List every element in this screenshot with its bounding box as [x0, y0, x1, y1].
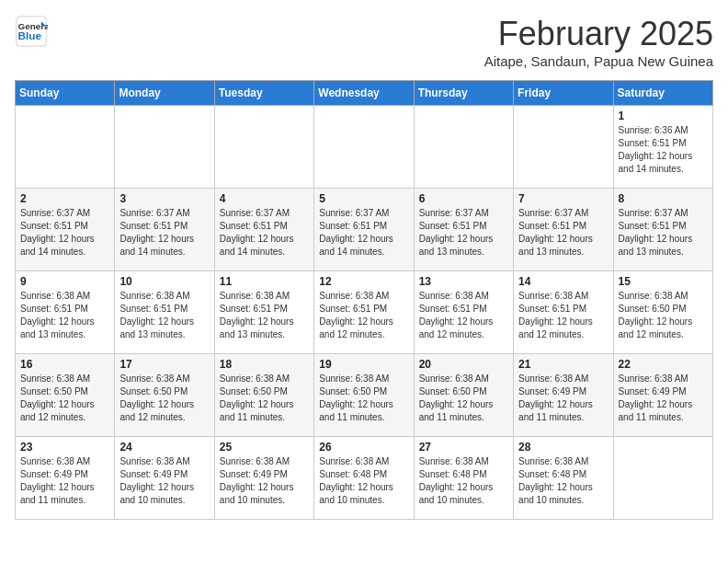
day-number: 23 — [20, 441, 109, 454]
calendar-cell: 10Sunrise: 6:38 AM Sunset: 6:51 PM Dayli… — [115, 271, 214, 354]
calendar-cell: 14Sunrise: 6:38 AM Sunset: 6:51 PM Dayli… — [514, 271, 613, 354]
day-info: Sunrise: 6:38 AM Sunset: 6:50 PM Dayligh… — [119, 373, 209, 424]
day-number: 14 — [518, 275, 608, 288]
day-number: 22 — [619, 358, 708, 371]
calendar-cell: 23Sunrise: 6:38 AM Sunset: 6:49 PM Dayli… — [16, 437, 115, 520]
day-info: Sunrise: 6:38 AM Sunset: 6:49 PM Dayligh… — [619, 373, 708, 424]
weekday-header-sunday: Sunday — [16, 81, 115, 106]
calendar-cell — [115, 106, 214, 189]
day-number: 27 — [419, 441, 508, 454]
calendar-cell: 2Sunrise: 6:37 AM Sunset: 6:51 PM Daylig… — [16, 189, 115, 271]
day-info: Sunrise: 6:38 AM Sunset: 6:48 PM Dayligh… — [518, 455, 608, 507]
calendar-cell: 11Sunrise: 6:38 AM Sunset: 6:51 PM Dayli… — [214, 271, 313, 354]
calendar-cell: 28Sunrise: 6:38 AM Sunset: 6:48 PM Dayli… — [514, 437, 613, 520]
day-info: Sunrise: 6:38 AM Sunset: 6:49 PM Dayligh… — [119, 455, 209, 507]
calendar-cell: 17Sunrise: 6:38 AM Sunset: 6:50 PM Dayli… — [115, 354, 214, 437]
calendar-cell: 12Sunrise: 6:38 AM Sunset: 6:51 PM Dayli… — [314, 271, 414, 354]
day-number: 20 — [419, 358, 508, 371]
day-number: 19 — [319, 358, 408, 371]
day-number: 28 — [518, 441, 608, 454]
calendar-cell: 4Sunrise: 6:37 AM Sunset: 6:51 PM Daylig… — [214, 189, 313, 271]
day-info: Sunrise: 6:38 AM Sunset: 6:50 PM Dayligh… — [220, 373, 309, 424]
day-info: Sunrise: 6:38 AM Sunset: 6:49 PM Dayligh… — [518, 373, 608, 424]
day-number: 5 — [319, 192, 408, 205]
calendar-cell: 16Sunrise: 6:38 AM Sunset: 6:50 PM Dayli… — [16, 354, 115, 437]
day-number: 3 — [119, 192, 209, 205]
day-number: 24 — [119, 441, 209, 454]
calendar-cell: 6Sunrise: 6:37 AM Sunset: 6:51 PM Daylig… — [414, 189, 513, 271]
weekday-header-wednesday: Wednesday — [314, 81, 414, 106]
day-info: Sunrise: 6:38 AM Sunset: 6:49 PM Dayligh… — [220, 455, 309, 507]
day-number: 17 — [119, 358, 209, 371]
calendar: SundayMondayTuesdayWednesdayThursdayFrid… — [15, 80, 713, 520]
month-title: February 2025 — [484, 15, 713, 53]
day-info: Sunrise: 6:37 AM Sunset: 6:51 PM Dayligh… — [220, 207, 309, 259]
calendar-cell: 27Sunrise: 6:38 AM Sunset: 6:48 PM Dayli… — [414, 437, 513, 520]
svg-text:Blue: Blue — [18, 29, 42, 41]
calendar-cell: 20Sunrise: 6:38 AM Sunset: 6:50 PM Dayli… — [414, 354, 513, 437]
weekday-header-tuesday: Tuesday — [214, 81, 313, 106]
day-info: Sunrise: 6:36 AM Sunset: 6:51 PM Dayligh… — [619, 124, 708, 176]
day-number: 15 — [619, 275, 708, 288]
header: General Blue February 2025 Aitape, Sanda… — [15, 15, 713, 69]
logo: General Blue — [15, 15, 48, 48]
day-info: Sunrise: 6:37 AM Sunset: 6:51 PM Dayligh… — [518, 207, 608, 259]
day-number: 25 — [220, 441, 309, 454]
calendar-cell: 13Sunrise: 6:38 AM Sunset: 6:51 PM Dayli… — [414, 271, 513, 354]
day-info: Sunrise: 6:38 AM Sunset: 6:48 PM Dayligh… — [319, 455, 408, 507]
calendar-cell: 5Sunrise: 6:37 AM Sunset: 6:51 PM Daylig… — [314, 189, 414, 271]
calendar-cell: 9Sunrise: 6:38 AM Sunset: 6:51 PM Daylig… — [16, 271, 115, 354]
day-info: Sunrise: 6:38 AM Sunset: 6:51 PM Dayligh… — [20, 290, 109, 341]
calendar-cell: 26Sunrise: 6:38 AM Sunset: 6:48 PM Dayli… — [314, 437, 414, 520]
day-number: 12 — [319, 275, 408, 288]
calendar-cell — [613, 437, 712, 520]
weekday-header-thursday: Thursday — [414, 81, 513, 106]
weekday-header-row: SundayMondayTuesdayWednesdayThursdayFrid… — [16, 81, 713, 106]
day-number: 9 — [20, 275, 109, 288]
calendar-cell: 15Sunrise: 6:38 AM Sunset: 6:50 PM Dayli… — [613, 271, 712, 354]
calendar-cell: 8Sunrise: 6:37 AM Sunset: 6:51 PM Daylig… — [613, 189, 712, 271]
day-info: Sunrise: 6:38 AM Sunset: 6:48 PM Dayligh… — [419, 455, 508, 507]
day-number: 8 — [619, 192, 708, 205]
calendar-cell: 18Sunrise: 6:38 AM Sunset: 6:50 PM Dayli… — [214, 354, 313, 437]
calendar-cell: 3Sunrise: 6:37 AM Sunset: 6:51 PM Daylig… — [115, 189, 214, 271]
week-row-1: 1Sunrise: 6:36 AM Sunset: 6:51 PM Daylig… — [16, 106, 713, 189]
week-row-5: 23Sunrise: 6:38 AM Sunset: 6:49 PM Dayli… — [16, 437, 713, 520]
day-number: 21 — [518, 358, 608, 371]
title-area: February 2025 Aitape, Sandaun, Papua New… — [484, 15, 713, 69]
calendar-cell: 21Sunrise: 6:38 AM Sunset: 6:49 PM Dayli… — [514, 354, 613, 437]
week-row-2: 2Sunrise: 6:37 AM Sunset: 6:51 PM Daylig… — [16, 189, 713, 271]
calendar-cell — [16, 106, 115, 189]
calendar-cell: 22Sunrise: 6:38 AM Sunset: 6:49 PM Dayli… — [613, 354, 712, 437]
calendar-cell — [314, 106, 414, 189]
day-number: 16 — [20, 358, 109, 371]
calendar-cell — [214, 106, 313, 189]
day-info: Sunrise: 6:38 AM Sunset: 6:51 PM Dayligh… — [419, 290, 508, 341]
day-number: 2 — [20, 192, 109, 205]
week-row-3: 9Sunrise: 6:38 AM Sunset: 6:51 PM Daylig… — [16, 271, 713, 354]
weekday-header-friday: Friday — [514, 81, 613, 106]
day-number: 7 — [518, 192, 608, 205]
day-info: Sunrise: 6:38 AM Sunset: 6:50 PM Dayligh… — [619, 290, 708, 341]
day-number: 1 — [619, 109, 708, 122]
weekday-header-saturday: Saturday — [613, 81, 712, 106]
day-info: Sunrise: 6:38 AM Sunset: 6:50 PM Dayligh… — [419, 373, 508, 424]
day-number: 6 — [419, 192, 508, 205]
day-info: Sunrise: 6:38 AM Sunset: 6:49 PM Dayligh… — [20, 455, 109, 507]
day-info: Sunrise: 6:38 AM Sunset: 6:50 PM Dayligh… — [20, 373, 109, 424]
day-info: Sunrise: 6:37 AM Sunset: 6:51 PM Dayligh… — [619, 207, 708, 259]
day-info: Sunrise: 6:38 AM Sunset: 6:50 PM Dayligh… — [319, 373, 408, 424]
day-number: 18 — [220, 358, 309, 371]
day-number: 13 — [419, 275, 508, 288]
day-info: Sunrise: 6:38 AM Sunset: 6:51 PM Dayligh… — [518, 290, 608, 341]
weekday-header-monday: Monday — [115, 81, 214, 106]
day-info: Sunrise: 6:37 AM Sunset: 6:51 PM Dayligh… — [20, 207, 109, 259]
day-info: Sunrise: 6:37 AM Sunset: 6:51 PM Dayligh… — [419, 207, 508, 259]
calendar-cell: 24Sunrise: 6:38 AM Sunset: 6:49 PM Dayli… — [115, 437, 214, 520]
day-info: Sunrise: 6:38 AM Sunset: 6:51 PM Dayligh… — [319, 290, 408, 341]
logo-icon: General Blue — [15, 15, 48, 48]
week-row-4: 16Sunrise: 6:38 AM Sunset: 6:50 PM Dayli… — [16, 354, 713, 437]
subtitle: Aitape, Sandaun, Papua New Guinea — [484, 53, 713, 69]
day-info: Sunrise: 6:38 AM Sunset: 6:51 PM Dayligh… — [220, 290, 309, 341]
calendar-cell: 1Sunrise: 6:36 AM Sunset: 6:51 PM Daylig… — [613, 106, 712, 189]
